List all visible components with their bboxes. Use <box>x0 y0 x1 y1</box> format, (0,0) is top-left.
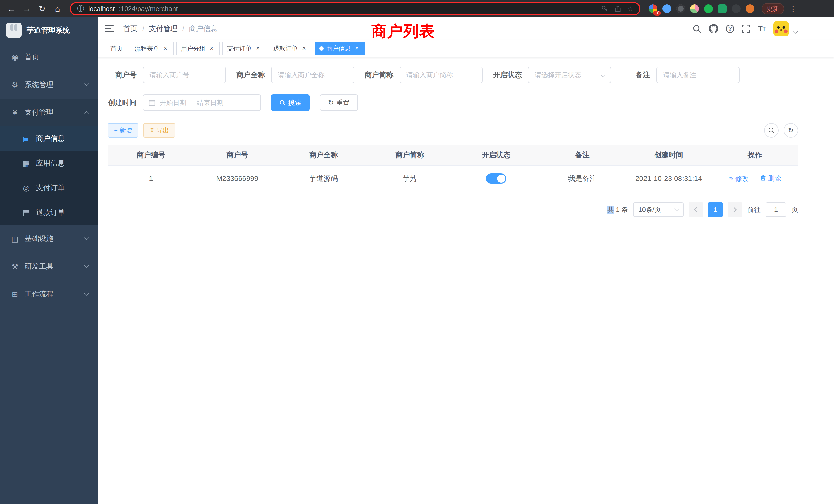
close-icon[interactable]: × <box>353 45 360 52</box>
sidebar-item-refund-order[interactable]: ▤ 退款订单 <box>0 200 97 225</box>
help-icon[interactable]: ? <box>726 25 734 33</box>
share-icon[interactable] <box>614 5 621 12</box>
full-name-input[interactable] <box>271 67 354 83</box>
page-size-select[interactable]: 10条/页 <box>633 203 683 217</box>
dashboard-icon: ◉ <box>9 53 21 62</box>
extension-icon[interactable] <box>746 4 754 13</box>
tab-refund-order[interactable]: 退款订单 × <box>269 42 312 55</box>
extension-icon[interactable] <box>676 4 685 13</box>
browser-back-button[interactable]: ← <box>4 2 19 16</box>
tab-merchant-info[interactable]: 商户信息 × <box>315 42 365 55</box>
pagination: 共 1 条 10条/页 1 前往 页 <box>108 203 798 217</box>
export-button-label: 导出 <box>157 126 169 135</box>
delete-link[interactable]: 删除 <box>760 174 781 183</box>
col-create-time: 创建时间 <box>626 145 712 165</box>
sidebar-toggle-icon[interactable] <box>105 25 114 32</box>
screen: ← → ↻ ⌂ ⓘ localhost:1024/pay/merchant ☆ … <box>0 0 834 504</box>
browser-forward-button[interactable]: → <box>20 2 34 16</box>
sidebar-item-label: 退款订单 <box>36 208 65 217</box>
search-button[interactable]: 搜索 <box>271 94 310 111</box>
export-button[interactable]: ↧ 导出 <box>143 123 175 138</box>
url-bar[interactable]: ⓘ localhost:1024/pay/merchant ☆ <box>70 2 640 16</box>
breadcrumb-home[interactable]: 首页 <box>123 24 138 33</box>
create-time-range-picker[interactable]: 开始日期 - 结束日期 <box>143 94 261 111</box>
tab-bar: 首页 流程表单 × 用户分组 × 支付订单 × 退款订单 × <box>97 40 834 58</box>
chevron-down-icon <box>84 81 89 86</box>
close-icon[interactable]: × <box>208 45 215 52</box>
sidebar-item-dev-tools[interactable]: ⚒ 研发工具 <box>0 253 97 280</box>
extension-icon[interactable]: 10 <box>649 4 657 13</box>
sidebar: 芋道管理系统 ◉ 首页 ⚙ 系统管理 ¥ 支付管理 ▣ 商户信息 <box>0 18 97 504</box>
cell-merchant-no: M233666999 <box>194 165 280 192</box>
status-select[interactable]: 请选择开启状态 <box>528 67 611 83</box>
extension-icon[interactable] <box>704 4 713 13</box>
col-short-name: 商户简称 <box>367 145 453 165</box>
merchant-no-label: 商户号 <box>108 70 143 80</box>
cell-short-name: 芋艿 <box>367 165 453 192</box>
page-1-button[interactable]: 1 <box>708 203 723 217</box>
page-unit-label: 页 <box>791 205 798 214</box>
browser-reload-button[interactable]: ↻ <box>35 2 49 16</box>
fullscreen-icon[interactable] <box>742 25 750 33</box>
close-icon[interactable]: × <box>254 45 261 52</box>
breadcrumb-payment[interactable]: 支付管理 <box>149 24 178 33</box>
browser-update-button[interactable]: 更新 <box>762 3 784 14</box>
navbar: 首页 / 支付管理 / 商户信息 ? <box>97 18 834 40</box>
extension-badge: 10 <box>653 10 661 16</box>
add-button[interactable]: + 新增 <box>108 123 138 138</box>
merchant-no-input[interactable] <box>143 67 226 83</box>
extension-icon[interactable] <box>718 4 727 13</box>
extension-icon[interactable] <box>662 4 671 13</box>
profile-avatar-icon[interactable] <box>690 4 699 13</box>
status-toggle[interactable] <box>486 174 506 184</box>
breadcrumb-separator: / <box>142 25 144 33</box>
tab-label: 退款订单 <box>273 44 298 53</box>
edit-link[interactable]: ✎ 修改 <box>729 174 749 183</box>
search-icon[interactable] <box>693 24 701 33</box>
tab-pay-order[interactable]: 支付订单 × <box>222 42 266 55</box>
col-merchant-id: 商户编号 <box>108 145 194 165</box>
sidebar-item-workflow[interactable]: ⊞ 工作流程 <box>0 280 97 308</box>
flow-icon: ⊞ <box>9 290 21 299</box>
sidebar-item-app-info[interactable]: ▦ 应用信息 <box>0 151 97 176</box>
user-avatar[interactable] <box>773 21 789 37</box>
close-icon[interactable]: × <box>162 45 169 52</box>
sidebar-item-label: 基础设施 <box>25 234 53 244</box>
tab-user-group[interactable]: 用户分组 × <box>176 42 220 55</box>
font-size-icon[interactable]: TT <box>758 24 766 33</box>
bookmark-star-icon[interactable]: ☆ <box>627 5 633 13</box>
sidebar-item-system[interactable]: ⚙ 系统管理 <box>0 71 97 98</box>
target-icon: ◎ <box>21 183 32 192</box>
password-key-icon[interactable] <box>601 5 608 12</box>
extension-icon[interactable] <box>732 4 741 13</box>
browser-toolbar: ← → ↻ ⌂ ⓘ localhost:1024/pay/merchant ☆ … <box>0 0 834 18</box>
goto-label: 前往 <box>747 205 761 214</box>
short-name-label: 商户简称 <box>365 70 399 80</box>
next-page-button[interactable] <box>728 203 742 217</box>
site-info-icon[interactable]: ⓘ <box>77 4 84 14</box>
browser-menu-icon[interactable]: ⋮ <box>789 4 797 13</box>
remark-input[interactable] <box>656 67 740 83</box>
short-name-input[interactable] <box>399 67 483 83</box>
prev-page-button[interactable] <box>689 203 703 217</box>
close-icon[interactable]: × <box>301 45 308 52</box>
refresh-table-button[interactable]: ↻ <box>784 123 798 138</box>
cell-actions: ✎ 修改 删除 <box>712 165 798 192</box>
sidebar-item-infrastructure[interactable]: ◫ 基础设施 <box>0 225 97 253</box>
url-path: :1024/pay/merchant <box>119 5 178 13</box>
status-select-placeholder: 请选择开启状态 <box>534 71 581 79</box>
sidebar-item-home[interactable]: ◉ 首页 <box>0 43 97 71</box>
tab-home[interactable]: 首页 <box>106 42 127 55</box>
sidebar-item-merchant-info[interactable]: ▣ 商户信息 <box>0 126 97 151</box>
goto-page-input[interactable] <box>766 203 786 217</box>
sidebar-item-pay-order[interactable]: ◎ 支付订单 <box>0 176 97 200</box>
sidebar-item-payment[interactable]: ¥ 支付管理 <box>0 98 97 126</box>
tab-process-form[interactable]: 流程表单 × <box>130 42 174 55</box>
toggle-search-button[interactable] <box>764 123 778 138</box>
avatar-dropdown-icon[interactable] <box>793 29 798 34</box>
reset-button[interactable]: ↻ 重置 <box>320 94 358 111</box>
merchant-table: 商户编号 商户号 商户全称 商户简称 开启状态 备注 创建时间 操作 1 <box>108 145 798 192</box>
github-icon[interactable] <box>709 24 718 33</box>
browser-home-button[interactable]: ⌂ <box>50 2 65 16</box>
app-logo: 芋道管理系统 <box>0 18 97 43</box>
